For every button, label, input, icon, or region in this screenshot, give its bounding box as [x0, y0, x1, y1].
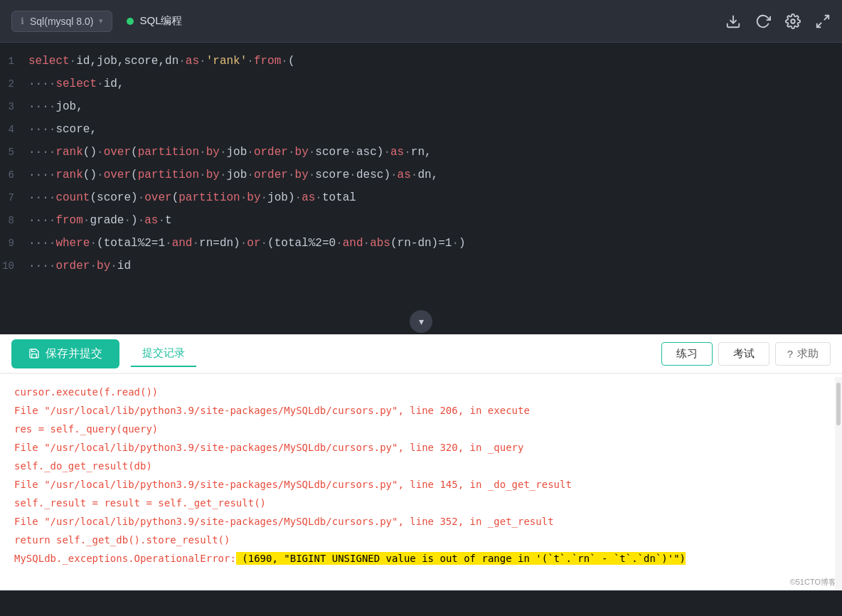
code-line-6: 6 ····rank()·over(partition·by·job·order… [0, 164, 842, 186]
help-button[interactable]: ? 求助 [775, 342, 831, 366]
status-dot [127, 18, 134, 25]
submit-button[interactable]: 保存并提交 [11, 339, 119, 368]
refresh-button[interactable] [755, 14, 771, 29]
top-bar-right [725, 14, 831, 29]
svg-point-1 [791, 19, 795, 23]
error-output: cursor.execute(f.read()) File "/usr/loca… [0, 374, 842, 590]
scrollbar-thumb [836, 383, 841, 425]
error-line-1: cursor.execute(f.read()) [14, 383, 828, 401]
bottom-panel: 保存并提交 提交记录 练习 考试 ? 求助 cursor.execute(f.r… [0, 334, 842, 590]
top-bar-left: ℹ Sql(mysql 8.0) ▾ SQL编程 [11, 11, 182, 32]
tab-practice[interactable]: 练习 [661, 342, 713, 366]
sql-badge: SQL编程 [127, 14, 182, 28]
info-icon: ℹ [21, 16, 24, 26]
tab-exam[interactable]: 考试 [718, 342, 769, 366]
help-circle-icon: ? [787, 348, 793, 360]
collapse-button[interactable]: ▾ [410, 310, 432, 333]
db-selector-label: Sql(mysql 8.0) [30, 16, 93, 27]
db-selector[interactable]: ℹ Sql(mysql 8.0) ▾ [11, 11, 112, 32]
error-line-2: File "/usr/local/lib/python3.9/site-pack… [14, 401, 828, 420]
error-line-10: MySQLdb._exceptions.OperationalError: (1… [14, 549, 828, 568]
error-line-6: File "/usr/local/lib/python3.9/site-pack… [14, 475, 828, 494]
error-line-8: File "/usr/local/lib/python3.9/site-pack… [14, 512, 828, 531]
download-button[interactable] [725, 14, 741, 29]
code-line-4: 4 ····score, [0, 118, 842, 141]
top-bar: ℹ Sql(mysql 8.0) ▾ SQL编程 [0, 0, 842, 43]
settings-button[interactable] [785, 14, 801, 29]
collapse-row: ▾ [0, 309, 842, 334]
code-line-8: 8 ····from·grade·)·as·t [0, 209, 842, 232]
code-line-2: 2 ····select·id, [0, 73, 842, 95]
sql-label: SQL编程 [139, 14, 182, 28]
code-line-7: 7 ····count(score)·over(partition·by·job… [0, 186, 842, 209]
fullscreen-button[interactable] [815, 14, 831, 29]
error-line-4: File "/usr/local/lib/python3.9/site-pack… [14, 438, 828, 457]
svg-line-3 [817, 22, 821, 26]
right-tabs: 练习 考试 ? 求助 [661, 342, 831, 366]
code-line-3: 3 ····job, [0, 95, 842, 118]
error-line-5: self._do_get_result(db) [14, 457, 828, 475]
submit-label: 保存并提交 [46, 346, 102, 361]
error-line-7: self._result = result = self._get_result… [14, 494, 828, 512]
code-line-5: 5 ····rank()·over(partition·by·job·order… [0, 141, 842, 164]
error-line-3: res = self._query(query) [14, 420, 828, 438]
tab-submit-record[interactable]: 提交记录 [131, 341, 196, 367]
watermark: ©51CTO博客 [790, 577, 836, 588]
code-editor[interactable]: 1 select·id,job,score,dn·as·'rank'·from·… [0, 43, 842, 334]
code-line-10: 10 ····order·by·id [0, 255, 842, 277]
error-highlight: (1690, "BIGINT UNSIGNED value is out of … [236, 552, 686, 565]
code-line-9: 9 ····where·(total%2=1·and·rn=dn)·or·(to… [0, 232, 842, 255]
bottom-toolbar: 保存并提交 提交记录 练习 考试 ? 求助 [0, 334, 842, 374]
chevron-down-icon: ▾ [99, 16, 103, 26]
error-line-9: return self._get_db().store_result() [14, 531, 828, 549]
code-content: 1 select·id,job,score,dn·as·'rank'·from·… [0, 43, 842, 285]
scrollbar-right[interactable] [835, 377, 842, 590]
code-line-1: 1 select·id,job,score,dn·as·'rank'·from·… [0, 50, 842, 73]
svg-line-2 [824, 15, 828, 19]
